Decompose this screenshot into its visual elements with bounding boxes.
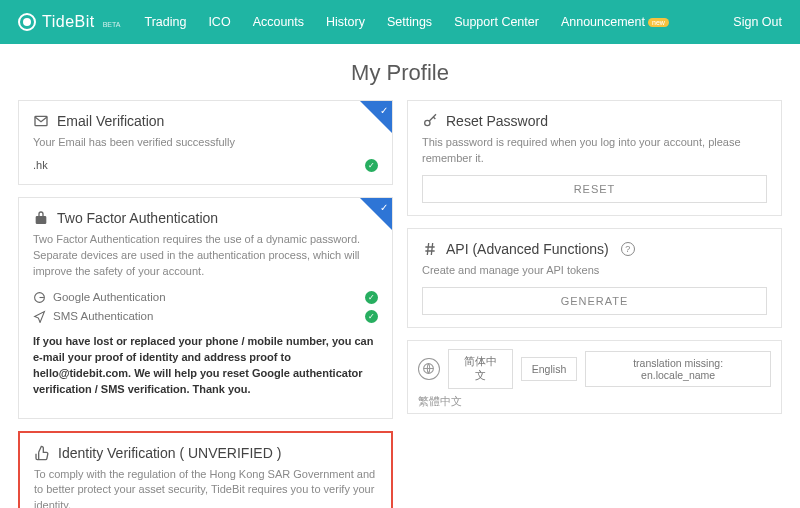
mail-icon	[33, 113, 49, 129]
top-navbar: TideBit BETA Trading ICO Accounts Histor…	[0, 0, 800, 44]
svg-point-2	[425, 120, 430, 125]
verified-ribbon-icon	[360, 198, 392, 230]
left-column: Email Verification Your Email has been v…	[18, 100, 393, 508]
lang-option-missing[interactable]: translation missing: en.locale_name	[585, 351, 771, 387]
lang-option-english[interactable]: English	[521, 357, 577, 381]
tfa-card-title: Two Factor Authentication	[57, 210, 218, 226]
nav-ico[interactable]: ICO	[208, 15, 230, 29]
tfa-card-desc: Two Factor Authentication requires the u…	[33, 232, 378, 280]
check-icon: ✓	[365, 291, 378, 304]
google-auth-label: Google Authentication	[53, 291, 166, 303]
email-verification-card: Email Verification Your Email has been v…	[18, 100, 393, 185]
language-card: 简体中文 English translation missing: en.loc…	[407, 340, 782, 414]
new-badge: new	[648, 18, 669, 27]
reset-card-desc: This password is required when you log i…	[422, 135, 767, 167]
globe-icon	[418, 358, 440, 380]
sms-auth-row[interactable]: SMS Authentication ✓	[33, 307, 378, 326]
nav-trading[interactable]: Trading	[144, 15, 186, 29]
email-value-row: .hk ✓	[33, 159, 378, 172]
api-card-desc: Create and manage your API tokens	[422, 263, 767, 279]
reset-button[interactable]: RESET	[422, 175, 767, 203]
check-icon: ✓	[365, 310, 378, 323]
nav-history[interactable]: History	[326, 15, 365, 29]
api-card: API (Advanced Functions) ? Create and ma…	[407, 228, 782, 328]
api-card-title: API (Advanced Functions)	[446, 241, 609, 257]
identity-verification-card: Identity Verification ( UNVERIFIED ) To …	[18, 431, 393, 509]
nav-support[interactable]: Support Center	[454, 15, 539, 29]
email-card-desc: Your Email has been verified successfull…	[33, 135, 378, 151]
tfa-note: If you have lost or replaced your phone …	[33, 334, 378, 398]
page-title: My Profile	[0, 60, 800, 86]
two-factor-card: Two Factor Authentication Two Factor Aut…	[18, 197, 393, 419]
right-column: Reset Password This password is required…	[407, 100, 782, 414]
identity-card-desc: To comply with the regulation of the Hon…	[34, 467, 377, 509]
send-icon	[33, 310, 46, 323]
lock-icon	[33, 210, 49, 226]
help-icon[interactable]: ?	[621, 242, 635, 256]
nav-announcement[interactable]: Announcement new	[561, 15, 669, 29]
brand-logo[interactable]: TideBit BETA	[18, 13, 120, 31]
email-value: .hk	[33, 159, 48, 171]
beta-badge: BETA	[103, 21, 121, 28]
brand-name: TideBit	[42, 13, 95, 31]
reset-password-card: Reset Password This password is required…	[407, 100, 782, 216]
primary-nav: Trading ICO Accounts History Settings Su…	[144, 15, 782, 29]
lang-traditional-label[interactable]: 繁體中文	[418, 395, 771, 409]
generate-button[interactable]: GENERATE	[422, 287, 767, 315]
content-area: Email Verification Your Email has been v…	[0, 100, 800, 508]
google-auth-row[interactable]: Google Authentication ✓	[33, 288, 378, 307]
thumbs-up-icon	[34, 445, 50, 461]
email-card-title: Email Verification	[57, 113, 164, 129]
verified-ribbon-icon	[360, 101, 392, 133]
nav-announcement-label: Announcement	[561, 15, 645, 29]
nav-settings[interactable]: Settings	[387, 15, 432, 29]
identity-card-title: Identity Verification ( UNVERIFIED )	[58, 445, 281, 461]
check-icon: ✓	[365, 159, 378, 172]
nav-signout[interactable]: Sign Out	[733, 15, 782, 29]
nav-accounts[interactable]: Accounts	[253, 15, 304, 29]
reset-card-title: Reset Password	[446, 113, 548, 129]
logo-icon	[18, 13, 36, 31]
key-icon	[422, 113, 438, 129]
hash-icon	[422, 241, 438, 257]
google-icon	[33, 291, 46, 304]
sms-auth-label: SMS Authentication	[53, 310, 153, 322]
lang-option-simplified[interactable]: 简体中文	[448, 349, 513, 389]
